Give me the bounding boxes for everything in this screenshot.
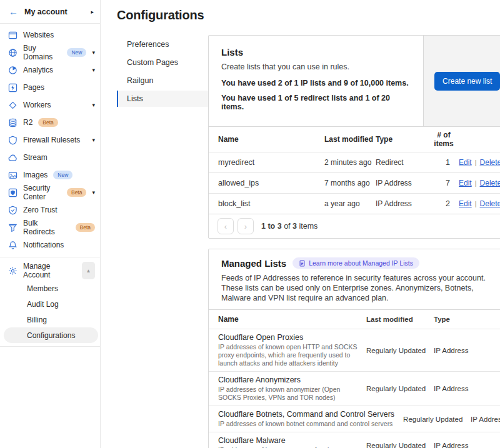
back-arrow-icon[interactable]: ← bbox=[9, 7, 18, 16]
sidebar-item-websites[interactable]: Websites ▾ bbox=[0, 26, 100, 44]
managed-lists-card: Managed Lists Learn more about Managed I… bbox=[208, 249, 500, 448]
image-icon bbox=[8, 171, 18, 180]
table-row: Cloudflare Anonymizers IP addresses of k… bbox=[209, 371, 500, 406]
column-header-type: Type bbox=[376, 135, 429, 144]
learn-more-link[interactable]: Learn more about Managed IP Lists bbox=[292, 257, 419, 269]
previous-page-button[interactable]: ‹ bbox=[218, 218, 234, 234]
sidebar-item-configurations[interactable]: Configurations bbox=[4, 327, 98, 343]
database-icon bbox=[8, 118, 18, 127]
usage-line-2: You have used 1 of 5 redirect lists and … bbox=[221, 94, 411, 111]
managed-list-name: Cloudflare Anonymizers bbox=[218, 376, 358, 384]
diamond-icon bbox=[8, 101, 18, 110]
sidebar-item-audit-log[interactable]: Audit Log bbox=[4, 296, 98, 312]
list-type: IP Address bbox=[376, 199, 429, 208]
config-subnav: PreferencesCustom PagesRailgunLists bbox=[117, 35, 208, 448]
sidebar-item-manage-account[interactable]: Manage Account ▲ bbox=[0, 261, 100, 281]
status-badge: New bbox=[53, 171, 72, 179]
lists-table-body: myredirect 2 minutes ago Redirect 1 Edit… bbox=[209, 152, 500, 214]
collapse-button[interactable]: ▲ bbox=[82, 262, 95, 279]
lists-card-title: Lists bbox=[221, 47, 411, 57]
managed-list-last-modified: Regularly Updated bbox=[366, 347, 434, 354]
row-actions: Edit|Delete bbox=[459, 158, 500, 167]
sidebar-subitem-label: Configurations bbox=[27, 331, 75, 340]
delete-link[interactable]: Delete bbox=[480, 179, 500, 187]
sidebar-item-pages[interactable]: Pages ▾ bbox=[0, 79, 100, 96]
managed-list-type: IP Address bbox=[434, 347, 500, 354]
table-row: myredirect 2 minutes ago Redirect 1 Edit… bbox=[209, 152, 500, 172]
column-header-items: # of items bbox=[429, 131, 459, 148]
sidebar-item-images[interactable]: Images New ▾ bbox=[0, 166, 100, 184]
sidebar-item-notifications[interactable]: Notifications ▾ bbox=[0, 236, 100, 254]
sidebar-item-billing[interactable]: Billing bbox=[4, 312, 98, 327]
sidebar-item-label: Analytics bbox=[23, 66, 53, 74]
subnav-item-railgun[interactable]: Railgun bbox=[117, 72, 208, 89]
sidebar-subitem-label: Audit Log bbox=[27, 300, 59, 309]
chevron-down-icon: ▾ bbox=[92, 189, 95, 196]
sidebar-item-label: Websites bbox=[23, 31, 54, 39]
sidebar-item-label: Firewall Rulesets bbox=[23, 136, 80, 144]
separator: | bbox=[475, 159, 477, 166]
list-last-modified: a year ago bbox=[324, 199, 376, 208]
create-new-list-button[interactable]: Create new list bbox=[434, 72, 500, 91]
list-name: myredirect bbox=[209, 158, 324, 167]
delete-link[interactable]: Delete bbox=[480, 199, 500, 208]
sidebar-item-security-center[interactable]: Security Center Beta ▾ bbox=[0, 184, 100, 201]
table-row: Cloudflare Open Proxies IP addresses of … bbox=[209, 329, 500, 371]
shield-icon bbox=[8, 136, 18, 145]
column-header-name: Name bbox=[209, 315, 366, 324]
edit-link[interactable]: Edit bbox=[459, 158, 472, 167]
pie-icon bbox=[8, 66, 18, 75]
managed-list-type: IP Address bbox=[434, 442, 500, 448]
sidebar-item-firewall-rulesets[interactable]: Firewall Rulesets ▾ bbox=[0, 131, 100, 149]
subnav-item-lists[interactable]: Lists bbox=[117, 91, 208, 107]
list-last-modified: 7 months ago bbox=[324, 179, 376, 187]
sidebar-item-bulk-redirects[interactable]: Bulk Redirects Beta ▾ bbox=[0, 219, 100, 236]
managed-list-type: IP Address bbox=[471, 416, 500, 423]
next-page-button[interactable]: › bbox=[238, 218, 254, 234]
sidebar-item-buy-domains[interactable]: Buy Domains New ▾ bbox=[0, 44, 100, 61]
list-item-count: 1 bbox=[429, 158, 459, 167]
edit-link[interactable]: Edit bbox=[459, 179, 472, 187]
divider bbox=[0, 257, 100, 257]
managed-list-last-modified: Regularly Updated bbox=[366, 385, 434, 392]
pagination: ‹ › 1 to 3 of 3 items bbox=[209, 214, 500, 238]
chevron-right-icon: ▸ bbox=[91, 9, 94, 15]
sidebar-item-zero-trust[interactable]: Zero Trust ▾ bbox=[0, 201, 100, 219]
managed-list-name: Cloudflare Botnets, Command and Control … bbox=[218, 410, 394, 419]
cloud-icon bbox=[8, 153, 18, 162]
sidebar-item-label: Buy Domains bbox=[23, 44, 61, 61]
table-row: Cloudflare Botnets, Command and Control … bbox=[209, 406, 500, 432]
sidebar-item-members[interactable]: Members bbox=[4, 281, 98, 296]
sidebar-item-label: Stream bbox=[23, 153, 48, 162]
chevron-down-icon: ▾ bbox=[92, 102, 95, 108]
subnav-item-custom-pages[interactable]: Custom Pages bbox=[117, 54, 208, 71]
lists-card-description: Create lists that you can use in rules. bbox=[221, 62, 411, 71]
sidebar-item-workers[interactable]: Workers ▾ bbox=[0, 96, 100, 114]
security-icon bbox=[8, 188, 18, 197]
sidebar-item-label: Pages bbox=[23, 83, 44, 92]
sidebar-item-analytics[interactable]: Analytics ▾ bbox=[0, 61, 100, 79]
subnav-item-preferences[interactable]: Preferences bbox=[117, 36, 208, 52]
managed-list-last-modified: Regularly Updated bbox=[403, 416, 471, 423]
list-type: IP Address bbox=[376, 179, 429, 187]
list-name: block_list bbox=[209, 199, 324, 208]
managed-list-description: IP addresses of known anonymizer (Open S… bbox=[218, 386, 358, 402]
pagination-status: 1 to 3 of 3 items bbox=[261, 222, 318, 231]
sidebar-item-label: Images bbox=[23, 171, 48, 179]
list-last-modified: 2 minutes ago bbox=[324, 158, 376, 167]
managed-lists-description: Feeds of IP Addresses to reference in se… bbox=[221, 273, 496, 303]
sidebar-item-label: Notifications bbox=[23, 241, 64, 249]
managed-table-header: Name Last modified Type bbox=[209, 309, 500, 329]
managed-list-name: Cloudflare Malware bbox=[218, 436, 358, 445]
managed-table-body: Cloudflare Open Proxies IP addresses of … bbox=[209, 329, 500, 448]
sidebar-item-stream[interactable]: Stream ▾ bbox=[0, 149, 100, 166]
separator: | bbox=[475, 200, 477, 207]
sidebar-item-label: Security Center bbox=[23, 184, 61, 201]
globe-icon bbox=[8, 48, 18, 57]
gear-icon bbox=[8, 266, 18, 276]
delete-link[interactable]: Delete bbox=[480, 158, 500, 167]
edit-link[interactable]: Edit bbox=[459, 199, 472, 208]
account-switcher[interactable]: ← My account ▸ bbox=[0, 0, 100, 24]
lists-table-header: Name Last modified Type # of items bbox=[209, 126, 500, 152]
sidebar-item-r2[interactable]: R2 Beta ▾ bbox=[0, 114, 100, 131]
